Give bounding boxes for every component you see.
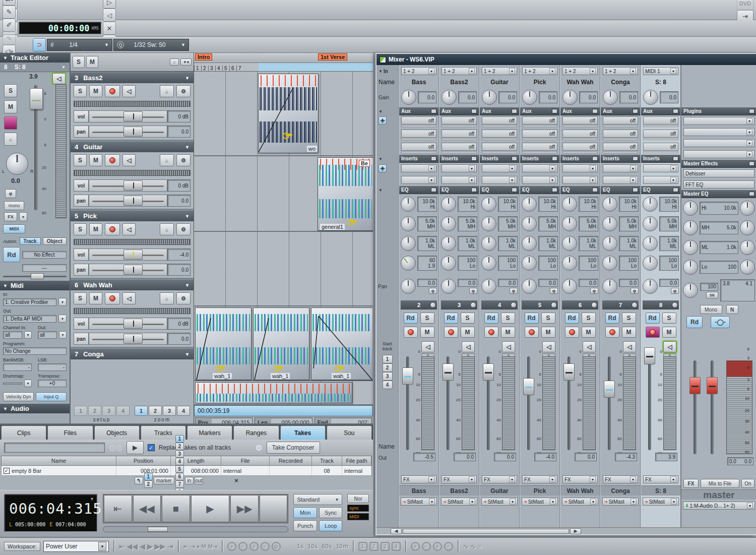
delete-range-icon[interactable]: ✕	[103, 22, 116, 35]
record-button[interactable]	[525, 327, 539, 338]
track-header[interactable]: 4 Guitar ▼	[71, 141, 194, 152]
zoom-preset-button[interactable]: 4	[392, 542, 401, 551]
aux-send-1[interactable]: off	[643, 116, 678, 125]
pager-number-button[interactable]: 7	[175, 480, 184, 488]
fx-select[interactable]: FX ▼	[643, 475, 678, 483]
wave-draw-tool-icon[interactable]: ∿	[3, 32, 16, 45]
master-fader-left-handle[interactable]	[689, 377, 701, 394]
master-eq-header[interactable]: Master EQ	[681, 190, 756, 198]
eq-mh-knob[interactable]	[481, 216, 496, 231]
section-toggle[interactable]	[471, 109, 477, 113]
eq-lo-knob[interactable]	[643, 256, 658, 271]
solo-button[interactable]: S	[4, 84, 17, 97]
pan-knob[interactable]	[643, 279, 658, 294]
eq-hi-knob[interactable]	[562, 197, 577, 212]
pan-slider-handle[interactable]	[123, 127, 143, 137]
mute-button[interactable]: M	[420, 327, 434, 338]
section-toggle[interactable]	[633, 188, 638, 192]
add-aux-button[interactable]: ✚	[379, 116, 387, 125]
track-header[interactable]: 3 Bass2 ▼	[71, 72, 194, 83]
tab-object[interactable]: Object	[43, 237, 67, 245]
punch-button[interactable]: Punch	[293, 520, 317, 531]
section-toggle[interactable]	[552, 188, 557, 192]
read-automation-button[interactable]: Rd	[3, 247, 20, 262]
fx-select[interactable]: FX ▼	[401, 475, 436, 483]
lock-button[interactable]: ⌂	[160, 223, 174, 235]
inserts-section-header[interactable]: Inserts	[520, 155, 559, 163]
manager-tab[interactable]: Markers	[187, 425, 232, 440]
insert-slot-1[interactable]: ▼	[643, 164, 678, 172]
eq-lo-knob[interactable]	[602, 256, 617, 271]
monitor-button[interactable]: ◁	[122, 85, 136, 97]
channel-out-select[interactable]: all	[38, 331, 57, 339]
dvd-icon[interactable]: DVD	[737, 0, 753, 10]
workspace-select[interactable]: Power User ▼	[43, 541, 109, 552]
marker-right-icon[interactable]: ⇥	[190, 543, 195, 550]
rew-icon[interactable]: ◀	[140, 542, 145, 550]
master-eq-knob-right[interactable]	[740, 201, 755, 216]
volume-fader-handle[interactable]	[30, 88, 43, 109]
aux-send-2[interactable]: off	[643, 130, 678, 138]
monitor-button[interactable]: Mon	[293, 507, 317, 518]
time-range-button[interactable]: 10s	[308, 543, 318, 550]
speaker-button[interactable]: ◁	[52, 73, 66, 84]
track-header[interactable]: 5 Pick ▼	[71, 210, 194, 221]
insert-slot-2[interactable]: ▼	[442, 176, 477, 184]
pan-knob[interactable]	[6, 153, 28, 175]
zoom-in-icon[interactable]: +	[227, 542, 236, 551]
output-select[interactable]: ➜ StMast ▼	[522, 498, 558, 506]
section-toggle[interactable]	[749, 161, 754, 166]
aux-send-2[interactable]: off	[522, 130, 557, 138]
track-selector[interactable]: 8 S: 8 ▼	[0, 63, 70, 72]
pan-slider[interactable]	[89, 195, 167, 207]
channel-select-dot[interactable]	[591, 302, 597, 308]
mixer-title-bar[interactable]: Mixer - WS6.VIP	[376, 54, 756, 65]
fx-select[interactable]: FX ▼	[522, 475, 557, 483]
pager-number-button[interactable]: 3	[175, 450, 184, 458]
section-toggle[interactable]	[592, 156, 598, 161]
input-select[interactable]: 1 + 2 ▼	[562, 67, 598, 75]
solo-button[interactable]: S	[622, 313, 636, 324]
normalize-button[interactable]: N	[726, 305, 738, 314]
read-automation-button[interactable]: Rd	[686, 316, 703, 328]
volume-slider[interactable]	[89, 249, 167, 261]
insert-slot-2[interactable]: ▼	[401, 176, 436, 184]
zoom-fit-icon[interactable]: ±	[433, 542, 442, 551]
channel-select-dot[interactable]	[632, 302, 638, 308]
play-range-icon[interactable]: ▷	[103, 0, 116, 9]
speaker-button[interactable]: ◁	[502, 341, 515, 352]
fx-select[interactable]: FX ▼	[442, 475, 477, 483]
all-solo-button[interactable]: S	[73, 56, 85, 68]
volume-fader-handle[interactable]	[443, 363, 454, 381]
eq-mh-knob[interactable]	[602, 216, 617, 231]
master-width-knob[interactable]	[683, 283, 698, 298]
audio-clip-wo[interactable]: wo	[258, 74, 319, 153]
input-select[interactable]: 1 + 2 ▼	[442, 67, 477, 75]
plugin-slot[interactable]: ▼	[683, 128, 754, 136]
zoom-both-icon[interactable]: ±	[249, 542, 259, 551]
record-button[interactable]	[4, 116, 17, 130]
aux-send-3[interactable]: off	[643, 143, 678, 151]
pan-slider[interactable]	[89, 333, 167, 345]
master-eq-knob-left[interactable]	[683, 201, 698, 216]
pager-number-button[interactable]: 5	[175, 465, 184, 473]
replace-takes-checkbox[interactable]: ✓	[148, 444, 155, 451]
output-select[interactable]: ➜ StMast ▼	[602, 498, 639, 506]
setup-button[interactable]: 1	[74, 406, 87, 416]
input-select[interactable]: 1 + 2 ▼	[603, 67, 638, 75]
channel-in-select[interactable]: all	[3, 331, 22, 339]
zoom-preset-button[interactable]: 2	[149, 406, 162, 416]
midi-in-select[interactable]: 1. Creative Prodike	[3, 298, 56, 306]
table-header-cell[interactable]: Name	[2, 456, 116, 465]
midi-button[interactable]: MIDI	[3, 224, 25, 233]
start-track-button[interactable]: 3	[383, 372, 393, 381]
fx-select[interactable]: FX ▼	[603, 475, 638, 483]
stop-button[interactable]: ■	[162, 495, 190, 522]
read-automation-button[interactable]: Rd	[525, 313, 539, 324]
read-automation-button[interactable]: Rd	[444, 313, 458, 324]
pan-knob[interactable]	[481, 279, 496, 294]
fx-gear-button[interactable]: ⚙	[176, 292, 191, 304]
pager-marker-button[interactable]: marker	[154, 477, 174, 484]
mini-slider[interactable]	[3, 276, 67, 277]
section-toggle[interactable]	[673, 109, 678, 113]
